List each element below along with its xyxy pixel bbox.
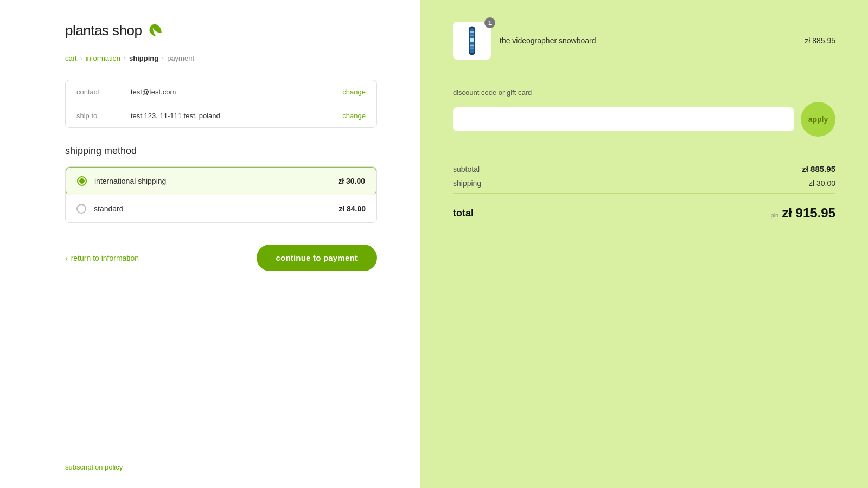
grand-currency-note: pln [771, 212, 779, 219]
left-panel: plantas shop cart › information › shippi… [0, 0, 420, 488]
shipping-total-row: shipping zł 30.00 [453, 179, 835, 188]
radio-inner-international [79, 178, 85, 184]
subtotal-row: subtotal zł 885.95 [453, 164, 835, 174]
shipping-total-value: zł 30.00 [809, 179, 835, 188]
grand-total-value-wrap: pln zł 915.95 [771, 206, 835, 221]
back-link[interactable]: ‹ return to information [65, 254, 139, 262]
option-name-international: international shipping [94, 177, 338, 185]
totals-divider [453, 150, 835, 150]
product-name: the videographer snowboard [500, 36, 796, 45]
subscription-policy-link[interactable]: subscription policy [65, 463, 123, 471]
product-quantity-badge: 1 [484, 17, 495, 28]
ship-to-change[interactable]: change [342, 112, 366, 120]
svg-rect-2 [470, 31, 474, 33]
grand-total-row: total pln zł 915.95 [453, 206, 835, 221]
logo-area: plantas shop [65, 22, 377, 39]
option-price-international: zł 30.00 [338, 177, 365, 185]
ship-to-value: test 123, 11-111 test, poland [131, 112, 342, 120]
footer-divider [65, 458, 377, 458]
ship-to-row: ship to test 123, 11-111 test, poland ch… [66, 104, 376, 127]
svg-rect-3 [470, 35, 474, 36]
discount-input[interactable] [453, 107, 794, 131]
subtotal-value: zł 885.95 [802, 164, 835, 174]
option-name-standard: standard [94, 204, 339, 213]
back-label: return to information [71, 254, 139, 262]
contact-row: contact test@test.com change [66, 80, 376, 104]
info-box: contact test@test.com change ship to tes… [65, 80, 377, 128]
grand-total-label: total [453, 208, 474, 219]
breadcrumb-information[interactable]: information [86, 54, 120, 62]
left-footer: subscription policy [65, 462, 123, 472]
shipping-total-label: shipping [453, 179, 481, 188]
brand-name: plantas shop [65, 22, 142, 39]
svg-rect-5 [470, 45, 474, 47]
option-price-standard: zł 84.00 [339, 204, 366, 213]
leaf-icon [146, 22, 163, 39]
apply-button[interactable]: apply [801, 102, 835, 137]
contact-change[interactable]: change [342, 88, 366, 96]
svg-rect-6 [470, 48, 474, 49]
totals: subtotal zł 885.95 shipping zł 30.00 tot… [453, 164, 835, 226]
discount-label: discount code or gift card [453, 88, 835, 97]
continue-button[interactable]: continue to payment [257, 245, 377, 271]
bottom-nav: ‹ return to information continue to paym… [65, 245, 377, 271]
breadcrumb-cart[interactable]: cart [65, 54, 77, 62]
breadcrumb-shipping: shipping [129, 54, 158, 62]
radio-international [77, 176, 87, 186]
shipping-options: international shipping zł 30.00 standard… [65, 166, 377, 223]
contact-label: contact [76, 88, 131, 96]
ship-to-label: ship to [76, 112, 131, 120]
breadcrumb-sep-1: › [80, 55, 82, 62]
chevron-left-icon: ‹ [65, 254, 68, 262]
breadcrumb-payment: payment [167, 54, 194, 62]
svg-rect-4 [470, 38, 474, 42]
product-image-wrap: 1 [453, 22, 491, 60]
right-divider [453, 76, 835, 76]
shipping-section-title: shipping method [65, 145, 377, 157]
grand-total-divider [453, 193, 835, 194]
shipping-option-international[interactable]: international shipping zł 30.00 [66, 167, 376, 195]
breadcrumb-sep-3: › [162, 55, 164, 62]
discount-row: apply [453, 102, 835, 137]
subtotal-label: subtotal [453, 165, 480, 174]
snowboard-illustration [458, 24, 486, 57]
product-image [453, 22, 491, 60]
product-row: 1 the videographer snowboard zł 885.95 [453, 22, 835, 60]
breadcrumb-sep-2: › [124, 55, 126, 62]
shipping-option-standard[interactable]: standard zł 84.00 [66, 195, 376, 222]
grand-total-value: zł 915.95 [782, 206, 835, 221]
product-price: zł 885.95 [805, 36, 835, 45]
contact-value: test@test.com [131, 88, 342, 96]
right-panel: 1 the videographer snowboard zł 885.95 d… [420, 0, 868, 488]
radio-standard [76, 204, 86, 214]
breadcrumb: cart › information › shipping › payment [65, 54, 377, 62]
